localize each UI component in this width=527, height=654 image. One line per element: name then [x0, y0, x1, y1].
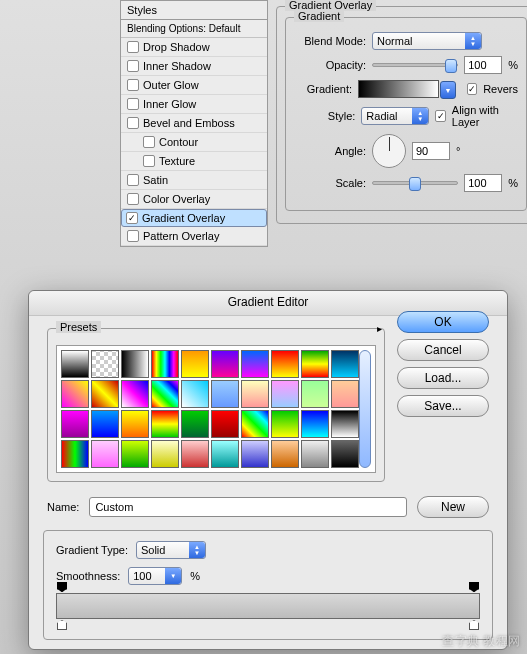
style-row-inner-glow[interactable]: Inner Glow: [121, 95, 267, 114]
save-button[interactable]: Save...: [397, 395, 489, 417]
preset-swatch[interactable]: [301, 350, 329, 378]
gradient-swatch[interactable]: ▼: [358, 80, 439, 98]
style-select[interactable]: Radial ▲▼: [361, 107, 429, 125]
style-checkbox[interactable]: [127, 60, 139, 72]
preset-swatch[interactable]: [121, 410, 149, 438]
style-row-color-overlay[interactable]: Color Overlay: [121, 190, 267, 209]
style-checkbox[interactable]: [127, 117, 139, 129]
style-row-gradient-overlay[interactable]: Gradient Overlay: [121, 209, 267, 227]
preset-swatch[interactable]: [241, 380, 269, 408]
style-checkbox[interactable]: [127, 230, 139, 242]
presets-legend: Presets: [56, 321, 101, 333]
preset-swatch[interactable]: [241, 410, 269, 438]
preset-swatch[interactable]: [121, 350, 149, 378]
scale-input[interactable]: 100: [464, 174, 502, 192]
new-button[interactable]: New: [417, 496, 489, 518]
blending-options[interactable]: Blending Options: Default: [121, 20, 267, 38]
preset-swatch[interactable]: [301, 410, 329, 438]
presets-scrollbar[interactable]: [359, 350, 371, 468]
opacity-input[interactable]: 100: [464, 56, 502, 74]
color-stop-left[interactable]: [57, 620, 67, 630]
opacity-stop-right[interactable]: [469, 582, 479, 592]
color-stop-right[interactable]: [469, 620, 479, 630]
name-input[interactable]: Custom: [89, 497, 407, 517]
gradient-label: Gradient:: [294, 83, 352, 95]
angle-wheel[interactable]: [372, 134, 406, 168]
preset-swatch[interactable]: [241, 350, 269, 378]
preset-swatch[interactable]: [61, 350, 89, 378]
style-label: Drop Shadow: [143, 41, 210, 53]
style-checkbox[interactable]: [126, 212, 138, 224]
style-label: Contour: [159, 136, 198, 148]
preset-swatch[interactable]: [211, 380, 239, 408]
preset-swatch[interactable]: [181, 380, 209, 408]
preset-swatch[interactable]: [151, 410, 179, 438]
chevron-updown-icon: ▲▼: [412, 108, 428, 124]
preset-swatch[interactable]: [241, 440, 269, 468]
preset-swatch[interactable]: [61, 410, 89, 438]
cancel-button[interactable]: Cancel: [397, 339, 489, 361]
style-checkbox[interactable]: [127, 174, 139, 186]
gradient-type-select[interactable]: Solid ▲▼: [136, 541, 206, 559]
preset-swatch[interactable]: [331, 380, 359, 408]
preset-swatch[interactable]: [121, 440, 149, 468]
style-checkbox[interactable]: [127, 193, 139, 205]
preset-swatch[interactable]: [271, 440, 299, 468]
scale-slider[interactable]: [372, 181, 458, 185]
preset-swatch[interactable]: [211, 440, 239, 468]
preset-swatch[interactable]: [331, 410, 359, 438]
style-checkbox[interactable]: [127, 79, 139, 91]
preset-swatch[interactable]: [91, 440, 119, 468]
preset-swatch[interactable]: [91, 410, 119, 438]
styles-panel: Styles Blending Options: Default Drop Sh…: [120, 0, 268, 247]
angle-input[interactable]: 90: [412, 142, 450, 160]
preset-swatch[interactable]: [211, 350, 239, 378]
flyout-icon[interactable]: ▸: [377, 323, 382, 334]
load-button[interactable]: Load...: [397, 367, 489, 389]
blend-mode-select[interactable]: Normal ▲▼: [372, 32, 482, 50]
preset-swatch[interactable]: [91, 380, 119, 408]
reverse-checkbox[interactable]: [467, 83, 477, 95]
chevron-down-icon[interactable]: ▼: [440, 81, 456, 99]
percent-label: %: [508, 59, 518, 71]
preset-swatch[interactable]: [181, 440, 209, 468]
preset-swatch[interactable]: [121, 380, 149, 408]
smoothness-input[interactable]: 100 ▼: [128, 567, 182, 585]
style-checkbox[interactable]: [143, 136, 155, 148]
style-checkbox[interactable]: [127, 41, 139, 53]
style-checkbox[interactable]: [127, 98, 139, 110]
align-checkbox[interactable]: [435, 110, 446, 122]
preset-swatch[interactable]: [61, 440, 89, 468]
opacity-slider[interactable]: [372, 63, 458, 67]
opacity-stop-left[interactable]: [57, 582, 67, 592]
gradient-overlay-group: Gradient Overlay Gradient Blend Mode: No…: [276, 0, 527, 224]
preset-swatch[interactable]: [211, 410, 239, 438]
style-row-inner-shadow[interactable]: Inner Shadow: [121, 57, 267, 76]
preset-swatch[interactable]: [151, 350, 179, 378]
style-row-bevel-and-emboss[interactable]: Bevel and Emboss: [121, 114, 267, 133]
style-checkbox[interactable]: [143, 155, 155, 167]
preset-swatch[interactable]: [301, 440, 329, 468]
ok-button[interactable]: OK: [397, 311, 489, 333]
preset-swatch[interactable]: [331, 350, 359, 378]
style-row-contour[interactable]: Contour: [121, 133, 267, 152]
preset-swatch[interactable]: [271, 410, 299, 438]
style-label: Satin: [143, 174, 168, 186]
preset-swatch[interactable]: [271, 350, 299, 378]
preset-swatch[interactable]: [301, 380, 329, 408]
style-row-pattern-overlay[interactable]: Pattern Overlay: [121, 227, 267, 246]
style-row-drop-shadow[interactable]: Drop Shadow: [121, 38, 267, 57]
style-row-texture[interactable]: Texture: [121, 152, 267, 171]
style-row-satin[interactable]: Satin: [121, 171, 267, 190]
preset-swatch[interactable]: [151, 440, 179, 468]
preset-swatch[interactable]: [91, 350, 119, 378]
preset-swatch[interactable]: [331, 440, 359, 468]
preset-swatch[interactable]: [271, 380, 299, 408]
align-label: Align with Layer: [452, 104, 518, 128]
style-row-outer-glow[interactable]: Outer Glow: [121, 76, 267, 95]
gradient-bar[interactable]: [56, 593, 480, 619]
preset-swatch[interactable]: [181, 410, 209, 438]
preset-swatch[interactable]: [61, 380, 89, 408]
preset-swatch[interactable]: [151, 380, 179, 408]
preset-swatch[interactable]: [181, 350, 209, 378]
